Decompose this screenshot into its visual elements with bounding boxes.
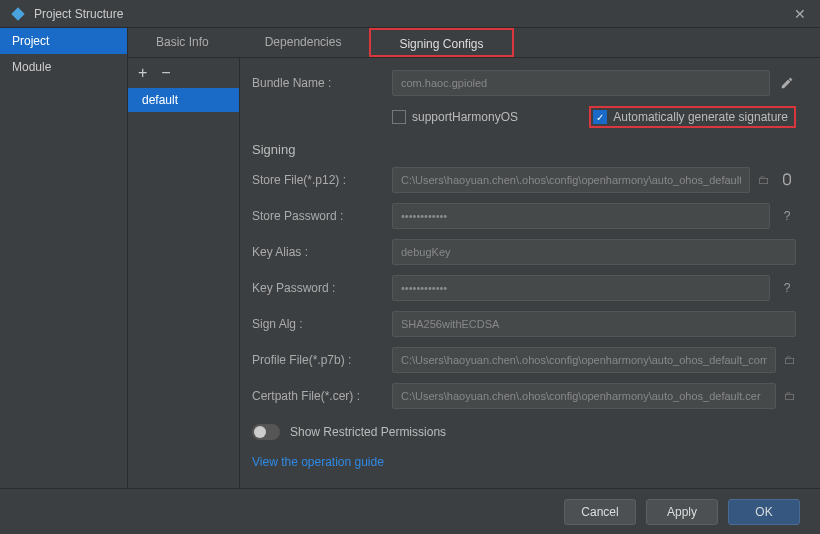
key-alias-input[interactable]: [392, 239, 796, 265]
apply-button[interactable]: Apply: [646, 499, 718, 525]
window-title: Project Structure: [34, 7, 790, 21]
tab-dependencies[interactable]: Dependencies: [237, 28, 370, 57]
config-list: + − default: [128, 58, 240, 488]
store-file-input[interactable]: [392, 167, 750, 193]
config-item-default[interactable]: default: [128, 88, 239, 112]
support-harmony-checkbox[interactable]: supportHarmonyOS: [392, 110, 518, 124]
folder-icon[interactable]: 🗀: [784, 389, 796, 403]
edit-icon[interactable]: [778, 74, 796, 92]
left-nav: Project Module: [0, 28, 128, 488]
store-password-input[interactable]: [392, 203, 770, 229]
help-icon[interactable]: ?: [778, 207, 796, 225]
operation-guide-link[interactable]: View the operation guide: [252, 455, 384, 469]
add-config-icon[interactable]: +: [138, 64, 147, 82]
close-icon[interactable]: ✕: [790, 4, 810, 24]
support-harmony-label: supportHarmonyOS: [412, 110, 518, 124]
bundle-name-label: Bundle Name :: [252, 76, 392, 90]
signing-heading: Signing: [252, 142, 796, 157]
remove-config-icon[interactable]: −: [161, 64, 170, 82]
folder-icon[interactable]: 🗀: [784, 353, 796, 367]
key-password-input[interactable]: [392, 275, 770, 301]
sign-alg-label: Sign Alg :: [252, 317, 392, 331]
sign-alg-input[interactable]: [392, 311, 796, 337]
titlebar: Project Structure ✕: [0, 0, 820, 28]
key-password-label: Key Password :: [252, 281, 392, 295]
tab-signing-configs[interactable]: Signing Configs: [369, 28, 513, 57]
tabs: Basic Info Dependencies Signing Configs: [128, 28, 820, 58]
restricted-permissions-label: Show Restricted Permissions: [290, 425, 446, 439]
certpath-file-input[interactable]: [392, 383, 776, 409]
cancel-button[interactable]: Cancel: [564, 499, 636, 525]
nav-item-module[interactable]: Module: [0, 54, 127, 80]
app-logo-icon: [10, 6, 26, 22]
auto-generate-signature-checkbox[interactable]: ✓ Automatically generate signature: [589, 106, 796, 128]
store-password-label: Store Password :: [252, 209, 392, 223]
store-file-label: Store File(*.p12) :: [252, 173, 392, 187]
auto-generate-signature-label: Automatically generate signature: [613, 110, 788, 124]
bundle-name-input[interactable]: [392, 70, 770, 96]
profile-file-input[interactable]: [392, 347, 776, 373]
certpath-file-label: Certpath File(*.cer) :: [252, 389, 392, 403]
signing-form: Bundle Name : supportHarmonyOS ✓ Automat…: [240, 58, 820, 488]
nav-item-project[interactable]: Project: [0, 28, 127, 54]
dialog-footer: Cancel Apply OK: [0, 488, 820, 534]
folder-icon[interactable]: 🗀: [758, 173, 770, 187]
help-icon[interactable]: ?: [778, 279, 796, 297]
restricted-permissions-toggle[interactable]: [252, 424, 280, 440]
key-alias-label: Key Alias :: [252, 245, 392, 259]
fingerprint-icon[interactable]: [778, 171, 796, 189]
profile-file-label: Profile File(*.p7b) :: [252, 353, 392, 367]
ok-button[interactable]: OK: [728, 499, 800, 525]
tab-basic-info[interactable]: Basic Info: [128, 28, 237, 57]
